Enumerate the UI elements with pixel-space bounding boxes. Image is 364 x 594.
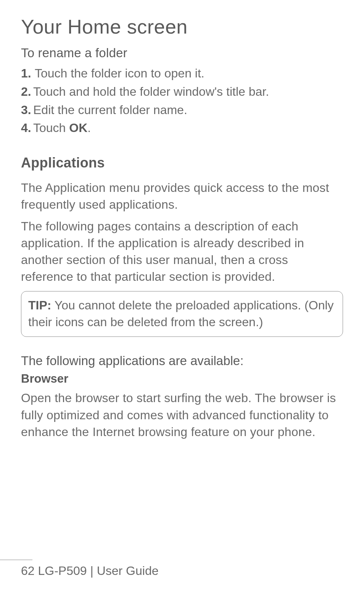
browser-description: Open the browser to start surfing the we… [21, 390, 343, 440]
list-item: 3. Edit the current folder name. [21, 101, 343, 119]
tip-label: TIP: [28, 298, 51, 312]
tip-text: TIP: You cannot delete the preloaded app… [28, 297, 336, 330]
list-item: 1. Touch the folder icon to open it. [21, 65, 343, 82]
step-text: Touch OK. [33, 119, 343, 137]
available-apps-heading: The following applications are available… [21, 354, 343, 368]
ok-label: OK [69, 121, 87, 135]
tip-box: TIP: You cannot delete the preloaded app… [21, 291, 343, 337]
step-text-part: . [87, 121, 91, 135]
page-title: Your Home screen [21, 15, 343, 38]
applications-heading: Applications [21, 155, 343, 171]
applications-intro-2: The following pages contains a descripti… [21, 218, 343, 285]
step-text: Edit the current folder name. [33, 101, 343, 119]
step-text: Touch the folder icon to open it. [35, 65, 343, 82]
step-number: 4. [21, 119, 33, 137]
browser-label: Browser [21, 372, 343, 386]
footer-rule [0, 560, 32, 560]
step-number: 3. [21, 101, 33, 119]
rename-steps-list: 1. Touch the folder icon to open it. 2. … [21, 65, 343, 137]
list-item: 4. Touch OK. [21, 119, 343, 137]
step-number: 1. [21, 65, 35, 82]
page-footer: 62 LG-P509 | User Guide [0, 560, 183, 578]
applications-intro-1: The Application menu provides quick acce… [21, 179, 343, 213]
step-number: 2. [21, 83, 33, 100]
tip-body: You cannot delete the preloaded applicat… [28, 298, 334, 329]
list-item: 2. Touch and hold the folder window's ti… [21, 83, 343, 100]
rename-folder-heading: To rename a folder [21, 46, 343, 60]
step-text: Touch and hold the folder window's title… [33, 83, 343, 100]
step-text-part: Touch [33, 121, 69, 135]
footer-text: 62 LG-P509 | User Guide [0, 564, 183, 578]
